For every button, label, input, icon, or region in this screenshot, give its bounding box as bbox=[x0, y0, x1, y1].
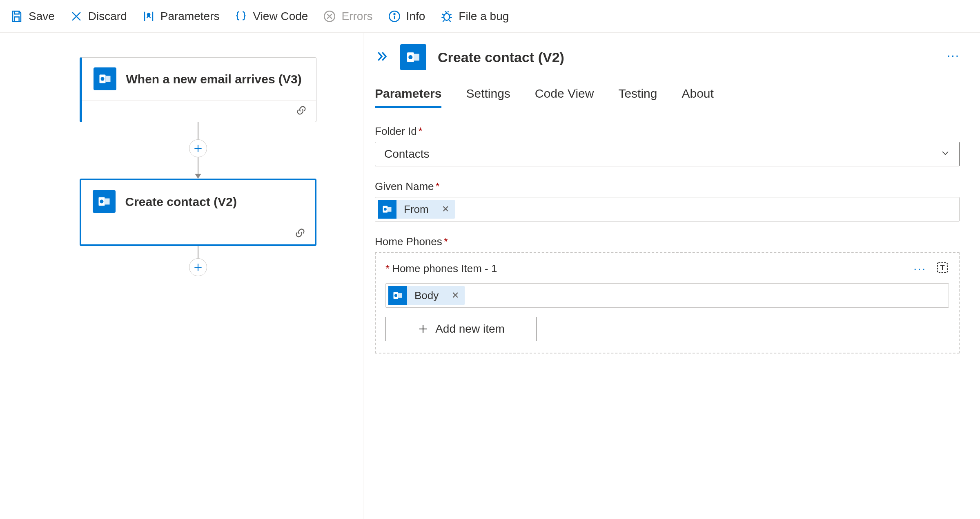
folder-id-value: Contacts bbox=[384, 148, 430, 161]
svg-point-6 bbox=[444, 13, 450, 20]
error-icon bbox=[323, 9, 336, 23]
svg-rect-1 bbox=[14, 17, 19, 21]
parameters-icon bbox=[142, 9, 156, 23]
field-given-name: Given Name* From ✕ bbox=[375, 180, 960, 221]
svg-rect-8 bbox=[105, 76, 110, 82]
token-body-label: Body bbox=[407, 289, 446, 302]
token-remove-button[interactable]: ✕ bbox=[436, 204, 455, 215]
save-button[interactable]: Save bbox=[10, 9, 55, 23]
folder-id-select[interactable]: Contacts bbox=[375, 142, 960, 166]
token-body[interactable]: Body ✕ bbox=[388, 286, 465, 305]
given-name-input[interactable]: From ✕ bbox=[375, 197, 960, 221]
connector-line bbox=[198, 246, 198, 258]
panel-tabs: Parameters Settings Code View Testing Ab… bbox=[375, 87, 960, 109]
save-label: Save bbox=[29, 10, 55, 23]
view-code-label: View Code bbox=[253, 10, 308, 23]
info-icon bbox=[388, 9, 401, 23]
field-folder-id: Folder Id* Contacts bbox=[375, 125, 960, 166]
folder-id-label: Folder Id* bbox=[375, 125, 960, 138]
info-label: Info bbox=[406, 10, 425, 23]
svg-point-22 bbox=[394, 294, 397, 297]
array-item-header: *Home phones Item - 1 ··· bbox=[385, 261, 949, 276]
errors-label: Errors bbox=[341, 10, 372, 23]
connector bbox=[189, 122, 207, 179]
svg-point-2 bbox=[147, 13, 150, 16]
add-step-button-end[interactable] bbox=[189, 258, 207, 276]
outlook-icon bbox=[378, 200, 396, 219]
required-icon: * bbox=[436, 180, 440, 192]
flow-column: When a new email arrives (V3) bbox=[0, 57, 363, 276]
tab-testing[interactable]: Testing bbox=[618, 87, 657, 108]
arrow-down-icon bbox=[195, 174, 201, 179]
connector-end bbox=[189, 246, 207, 276]
connection-icon[interactable] bbox=[294, 227, 306, 240]
connector-line-bottom bbox=[198, 157, 198, 174]
parameters-button[interactable]: Parameters bbox=[142, 9, 220, 23]
bug-icon bbox=[440, 9, 454, 23]
braces-icon bbox=[234, 9, 248, 23]
errors-button: Errors bbox=[323, 9, 372, 23]
svg-point-15 bbox=[408, 55, 412, 59]
discard-label: Discard bbox=[88, 10, 127, 23]
tab-parameters[interactable]: Parameters bbox=[375, 87, 441, 108]
outlook-icon bbox=[94, 67, 116, 90]
token-remove-button[interactable]: ✕ bbox=[446, 290, 465, 301]
save-icon bbox=[10, 9, 24, 23]
collapse-panel-button[interactable] bbox=[375, 49, 389, 65]
trigger-card-head: When a new email arrives (V3) bbox=[82, 58, 316, 100]
file-bug-button[interactable]: File a bug bbox=[440, 9, 509, 23]
field-home-phones: Home Phones* *Home phones Item - 1 ··· bbox=[375, 235, 960, 353]
action-card-footer bbox=[81, 223, 315, 244]
panel-more-button[interactable]: ··· bbox=[947, 48, 960, 62]
svg-rect-11 bbox=[105, 199, 109, 205]
array-item-title: *Home phones Item - 1 bbox=[385, 262, 497, 275]
file-bug-label: File a bug bbox=[459, 10, 509, 23]
flow-canvas[interactable]: When a new email arrives (V3) bbox=[0, 33, 363, 519]
svg-rect-17 bbox=[388, 207, 391, 212]
svg-point-12 bbox=[100, 200, 103, 204]
trigger-card-footer bbox=[82, 100, 316, 122]
outlook-icon bbox=[400, 44, 426, 70]
given-name-label: Given Name* bbox=[375, 180, 960, 193]
svg-rect-21 bbox=[398, 293, 402, 298]
info-button[interactable]: Info bbox=[388, 9, 425, 23]
tab-settings[interactable]: Settings bbox=[466, 87, 510, 108]
add-new-item-button[interactable]: Add new item bbox=[385, 317, 537, 341]
panel-title: Create contact (V2) bbox=[438, 49, 564, 65]
connection-icon[interactable] bbox=[296, 105, 307, 118]
tab-about[interactable]: About bbox=[682, 87, 713, 108]
home-phones-array: *Home phones Item - 1 ··· Body bbox=[375, 252, 960, 353]
add-new-item-label: Add new item bbox=[435, 322, 505, 336]
array-item-title-text: Home phones Item - 1 bbox=[392, 262, 497, 275]
trigger-card[interactable]: When a new email arrives (V3) bbox=[80, 57, 316, 122]
home-phones-label-text: Home Phones bbox=[375, 235, 442, 248]
panel-header: Create contact (V2) bbox=[375, 44, 960, 70]
discard-button[interactable]: Discard bbox=[69, 9, 127, 23]
svg-rect-0 bbox=[14, 11, 19, 14]
folder-id-label-text: Folder Id bbox=[375, 125, 417, 137]
svg-point-9 bbox=[100, 77, 104, 81]
outlook-icon bbox=[93, 190, 116, 213]
svg-point-5 bbox=[394, 13, 395, 14]
view-code-button[interactable]: View Code bbox=[234, 9, 308, 23]
home-phones-label: Home Phones* bbox=[375, 235, 960, 248]
home-phones-item-input[interactable]: Body ✕ bbox=[385, 283, 949, 308]
switch-to-text-mode-button[interactable] bbox=[936, 261, 949, 276]
toolbar: Save Discard Parameters View Code Errors… bbox=[0, 0, 980, 33]
action-card-title: Create contact (V2) bbox=[125, 194, 237, 210]
main-layout: When a new email arrives (V3) bbox=[0, 33, 980, 519]
given-name-label-text: Given Name bbox=[375, 180, 434, 192]
action-card-head: Create contact (V2) bbox=[81, 180, 315, 223]
add-step-button[interactable] bbox=[189, 139, 207, 157]
token-from[interactable]: From ✕ bbox=[378, 200, 455, 219]
tab-code-view[interactable]: Code View bbox=[535, 87, 594, 108]
action-panel: ··· Create contact (V2) Parameters Setti… bbox=[363, 33, 980, 519]
trigger-card-title: When a new email arrives (V3) bbox=[126, 71, 302, 87]
array-item-actions: ··· bbox=[913, 261, 949, 276]
required-icon: * bbox=[419, 125, 423, 137]
array-item-more-button[interactable]: ··· bbox=[913, 262, 926, 275]
action-card[interactable]: Create contact (V2) bbox=[80, 179, 316, 246]
svg-rect-14 bbox=[414, 54, 419, 61]
outlook-icon bbox=[388, 286, 407, 305]
connector-line-top bbox=[198, 122, 198, 139]
